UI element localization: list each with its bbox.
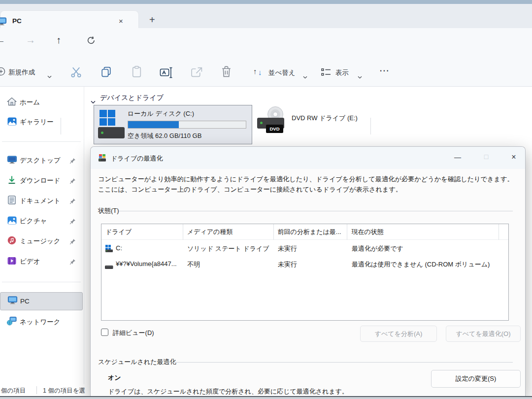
- dvd-drive-name: DVD RW ドライブ (E:): [292, 114, 358, 123]
- share-icon[interactable]: [191, 66, 203, 80]
- column-header-current-status[interactable]: 現在の状態: [347, 224, 499, 240]
- tab-title: PC: [12, 17, 22, 25]
- desktop-icon: [7, 156, 17, 166]
- disk-usage-bar: [128, 121, 246, 129]
- pin-icon: [69, 258, 76, 267]
- sidebar-item-network[interactable]: ネットワーク: [0, 313, 83, 331]
- section-header-devices-drives[interactable]: デバイスとドライブ: [100, 94, 164, 102]
- dvd-badge: DVD: [266, 125, 283, 133]
- optimize-all-button[interactable]: すべてを最適化(O): [446, 326, 521, 342]
- pin-icon: [69, 198, 76, 206]
- network-icon: [7, 317, 17, 328]
- cell-last-run: 未実行: [278, 260, 297, 269]
- drive-free-space: 空き領域 62.0 GB/110 GB: [128, 132, 201, 140]
- sidebar-item-label: ホーム: [20, 98, 40, 107]
- schedule-description: ドライブは、スケジュールされた頻度で分析され、必要に応じて最適化されます。: [108, 387, 348, 396]
- window-top-strip: [0, 0, 532, 4]
- sidebar-item-label: ピクチャ: [20, 217, 47, 226]
- sidebar-item-label: PC: [20, 298, 30, 305]
- pictures-icon: [7, 216, 17, 227]
- tab-bar: PC × +: [0, 4, 532, 28]
- cut-icon[interactable]: [69, 66, 83, 81]
- sidebar-item-music[interactable]: ミュージック: [0, 233, 83, 250]
- pc-monitor-icon: [0, 17, 6, 28]
- new-icon: [0, 67, 5, 78]
- cell-last-run: 未実行: [278, 244, 297, 253]
- dialog-description: コンピューターがより効率的に動作するようにドライブを最適化したり、ドライブを分析…: [98, 174, 519, 195]
- pc-monitor-icon: [7, 296, 17, 306]
- videos-icon: [7, 257, 17, 267]
- dialog-titlebar[interactable]: ドライブの最適化 — □ ×: [91, 147, 525, 169]
- window-bottom-strip: [0, 397, 532, 399]
- analyze-all-button[interactable]: すべてを分析(A): [360, 326, 437, 342]
- detail-view-checkbox[interactable]: [101, 329, 108, 336]
- column-header-media-type[interactable]: メディアの種類: [183, 224, 274, 240]
- delete-icon[interactable]: [221, 66, 232, 80]
- sidebar-separator: [2, 282, 81, 282]
- tab-close-icon[interactable]: ×: [119, 17, 123, 25]
- drive-name: ローカル ディスク (C:): [128, 109, 194, 118]
- back-icon[interactable]: ←: [0, 34, 5, 46]
- pin-icon: [69, 218, 76, 227]
- sidebar-separator: [2, 141, 81, 142]
- status-item-count: 個の項目: [1, 387, 26, 395]
- maximize-icon[interactable]: □: [479, 153, 494, 161]
- sort-icon: ↑: [253, 67, 257, 75]
- table-row-c-drive[interactable]: C: ソリッド ステート ドライブ 未実行 最適化が必要です: [101, 241, 508, 256]
- sidebar-item-pictures[interactable]: ピクチャ: [0, 212, 83, 230]
- cell-drive: C:: [116, 244, 122, 252]
- status-group-rule: [119, 211, 513, 211]
- close-icon[interactable]: ×: [506, 153, 521, 162]
- more-icon[interactable]: ⋯: [379, 65, 390, 76]
- sidebar-item-videos[interactable]: ビデオ: [0, 253, 83, 270]
- sidebar-item-downloads[interactable]: ダウンロード: [0, 172, 83, 190]
- drives-table: ドライブ メディアの種類 前回の分析または最... 現在の状態 C: ソリッド …: [101, 224, 509, 321]
- status-bar: 個の項目 1 個の項目を選: [0, 384, 90, 396]
- rename-icon[interactable]: [160, 67, 173, 80]
- forward-icon[interactable]: →: [26, 34, 35, 46]
- command-toolbar: 新規作成 ↑ ↓ 並べ替え 表示: [0, 55, 532, 87]
- pin-icon: [69, 157, 76, 166]
- documents-icon: [7, 196, 17, 206]
- view-button[interactable]: 表示: [335, 68, 349, 77]
- table-row-volume[interactable]: ¥¥?¥Volume{a8447... 不明 未実行 最適化は使用できません (…: [101, 257, 508, 272]
- change-settings-button[interactable]: 設定の変更(S): [431, 370, 521, 388]
- cell-current-status: 最適化は使用できません (CD-ROM ボリューム): [352, 260, 490, 269]
- column-header-last-run[interactable]: 前回の分析または最...: [274, 224, 348, 240]
- new-button[interactable]: 新規作成: [8, 68, 35, 77]
- disk-usage-fill: [128, 121, 179, 128]
- sidebar-item-pc[interactable]: PC: [0, 292, 83, 310]
- view-icon: [321, 68, 331, 78]
- refresh-icon[interactable]: [86, 35, 96, 47]
- sidebar-item-home[interactable]: ホーム: [0, 94, 83, 111]
- chevron-down-icon: [358, 72, 362, 81]
- chevron-down-icon: [303, 72, 307, 81]
- column-header-spacer: [499, 224, 508, 240]
- home-icon: [7, 97, 17, 108]
- sort-button[interactable]: 並べ替え: [268, 68, 296, 77]
- pin-icon: [69, 238, 76, 247]
- sidebar-item-documents[interactable]: ドキュメント: [0, 192, 83, 210]
- hard-drive-icon: [98, 127, 125, 138]
- minimize-icon[interactable]: —: [450, 153, 465, 161]
- sidebar-main-divider: [84, 87, 84, 384]
- explorer-window: PC × + ← → ↑ › PC › P 新規作成: [0, 0, 532, 399]
- copy-icon[interactable]: [100, 66, 112, 80]
- sidebar-item-gallery[interactable]: ギャラリー: [0, 113, 83, 131]
- sidebar-item-label: ミュージック: [20, 237, 61, 246]
- pin-icon: [69, 177, 76, 186]
- status-divider: [36, 386, 37, 394]
- paste-icon[interactable]: [131, 66, 143, 80]
- up-icon[interactable]: ↑: [56, 34, 61, 46]
- cell-media-type: 不明: [187, 260, 200, 269]
- sidebar-item-desktop[interactable]: デスクトップ: [0, 152, 83, 169]
- column-header-drive[interactable]: ドライブ: [101, 224, 183, 240]
- drive-tile-local-disk-c[interactable]: ローカル ディスク (C:) 空き領域 62.0 GB/110 GB: [94, 105, 252, 144]
- new-tab-icon[interactable]: +: [149, 14, 155, 26]
- download-icon: [7, 175, 17, 186]
- sidebar-item-label: ネットワーク: [20, 318, 61, 327]
- chevron-down-icon: [47, 71, 52, 80]
- optimize-drives-dialog: ドライブの最適化 — □ × コンピューターがより効率的に動作するようにドライブ…: [90, 146, 526, 396]
- status-selected-count: 1 個の項目を選: [43, 387, 85, 395]
- drive-tile-dvd[interactable]: DVD DVD RW ドライブ (E:): [256, 105, 379, 144]
